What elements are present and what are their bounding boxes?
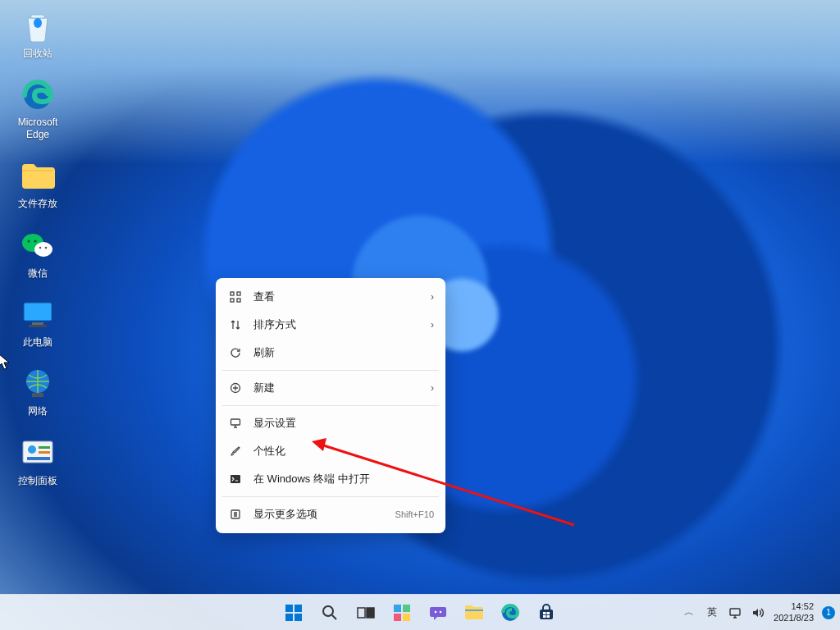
more-icon (227, 509, 244, 520)
svg-rect-44 (543, 612, 546, 614)
desktop-icon-label: Microsoft Edge (8, 116, 67, 140)
chevron-right-icon: › (431, 319, 434, 331)
svg-rect-23 (231, 419, 240, 425)
desktop-icon-label: 网络 (28, 405, 48, 417)
menu-item-label: 刷新 (253, 345, 434, 360)
svg-rect-18 (231, 292, 234, 295)
menu-item-view[interactable]: 查看 › (216, 283, 445, 311)
edge-icon (20, 77, 56, 113)
svg-rect-35 (394, 605, 401, 612)
menu-item-label: 个性化 (253, 444, 434, 459)
desktop-icon-edge[interactable]: Microsoft Edge (8, 77, 67, 140)
svg-point-6 (45, 246, 48, 249)
desktop-icon-label: 控制面板 (18, 475, 57, 486)
menu-item-label: 在 Windows 终端 中打开 (253, 472, 434, 486)
svg-point-32 (323, 606, 333, 616)
svg-rect-9 (32, 322, 43, 325)
menu-item-personalize[interactable]: 个性化 (216, 437, 445, 465)
menu-item-shortcut: Shift+F10 (395, 509, 434, 519)
taskview-button[interactable] (349, 596, 382, 629)
plus-circle-icon (227, 382, 244, 394)
desktop-icon-label: 此电脑 (23, 336, 52, 348)
menu-separator (222, 405, 439, 406)
svg-rect-29 (294, 605, 302, 612)
svg-point-5 (39, 246, 42, 249)
svg-rect-37 (394, 614, 401, 621)
svg-rect-34 (367, 608, 374, 618)
tray-chevron-up[interactable]: ︿ (682, 605, 696, 620)
svg-point-40 (440, 610, 442, 613)
desktop-icons: 回收站 Microsoft Edge 文件存放 微信 此电脑 网络 (8, 8, 67, 486)
svg-rect-10 (29, 325, 47, 327)
svg-rect-38 (403, 614, 410, 621)
system-tray: ︿ 英 14:52 2021/8/23 1 (682, 595, 835, 631)
desktop-icon-wechat[interactable]: 微信 (8, 228, 67, 279)
svg-rect-24 (231, 475, 240, 483)
desktop-icon-control-panel[interactable]: 控制面板 (8, 436, 67, 486)
svg-rect-41 (465, 609, 483, 611)
svg-rect-45 (547, 612, 550, 614)
menu-item-label: 排序方式 (253, 317, 431, 332)
desktop-icon-network[interactable]: 网络 (8, 366, 67, 417)
desktop-icon-label: 回收站 (23, 48, 52, 59)
svg-point-3 (27, 240, 30, 242)
network-tray-icon[interactable] (728, 605, 742, 620)
grid-icon (227, 291, 244, 303)
chevron-right-icon: › (431, 291, 434, 303)
menu-item-label: 显示更多选项 (253, 507, 395, 522)
display-icon (227, 418, 244, 429)
svg-rect-12 (32, 393, 43, 397)
clock-time: 14:52 (791, 601, 814, 612)
search-button[interactable] (313, 596, 346, 629)
svg-rect-46 (543, 615, 546, 618)
svg-rect-43 (540, 609, 553, 619)
volume-tray-icon[interactable] (751, 605, 765, 620)
svg-point-2 (34, 242, 52, 257)
svg-rect-16 (39, 451, 50, 454)
svg-rect-31 (294, 614, 302, 621)
store-button[interactable] (530, 596, 563, 629)
explorer-button[interactable] (458, 596, 491, 629)
clock-date: 2021/8/23 (774, 613, 814, 623)
menu-item-sort[interactable]: 排序方式 › (216, 311, 445, 339)
svg-rect-15 (39, 446, 50, 449)
start-button[interactable] (277, 596, 310, 629)
svg-rect-47 (547, 615, 550, 618)
globe-icon (20, 366, 56, 402)
menu-separator (222, 370, 439, 371)
menu-separator (222, 496, 439, 497)
notification-badge[interactable]: 1 (822, 606, 835, 619)
svg-point-14 (28, 445, 36, 454)
menu-item-label: 新建 (253, 381, 431, 395)
svg-rect-36 (403, 605, 410, 612)
svg-point-39 (435, 610, 437, 613)
menu-item-open-terminal[interactable]: 在 Windows 终端 中打开 (216, 465, 445, 493)
ime-indicator[interactable]: 英 (705, 605, 719, 620)
desktop-icon-this-pc[interactable]: 此电脑 (8, 297, 67, 348)
menu-item-label: 显示设置 (253, 416, 434, 431)
svg-rect-19 (237, 292, 240, 295)
edge-button[interactable] (494, 596, 527, 629)
desktop-icon-recycle-bin[interactable]: 回收站 (8, 8, 67, 59)
menu-item-new[interactable]: 新建 › (216, 374, 445, 402)
widgets-button[interactable] (386, 596, 418, 629)
svg-rect-33 (358, 608, 365, 618)
chat-button[interactable] (422, 596, 454, 629)
desktop-icon-folder[interactable]: 文件存放 (8, 158, 67, 209)
svg-rect-48 (730, 609, 740, 615)
taskbar-center (277, 596, 563, 629)
svg-rect-28 (285, 605, 293, 612)
svg-rect-30 (285, 614, 293, 621)
desktop-context-menu: 查看 › 排序方式 › 刷新 新建 › 显示设置 个性化 在 Windows 终… (216, 278, 445, 533)
recycle-bin-icon (20, 8, 56, 44)
menu-item-more-options[interactable]: 显示更多选项 Shift+F10 (216, 500, 445, 528)
clock[interactable]: 14:52 2021/8/23 (774, 601, 814, 623)
svg-rect-7 (24, 303, 52, 321)
svg-point-4 (34, 240, 36, 242)
svg-rect-17 (27, 457, 50, 460)
menu-item-display-settings[interactable]: 显示设置 (216, 409, 445, 437)
monitor-icon (20, 297, 56, 333)
menu-item-refresh[interactable]: 刷新 (216, 339, 445, 367)
refresh-icon (227, 347, 244, 358)
sort-icon (227, 319, 244, 331)
